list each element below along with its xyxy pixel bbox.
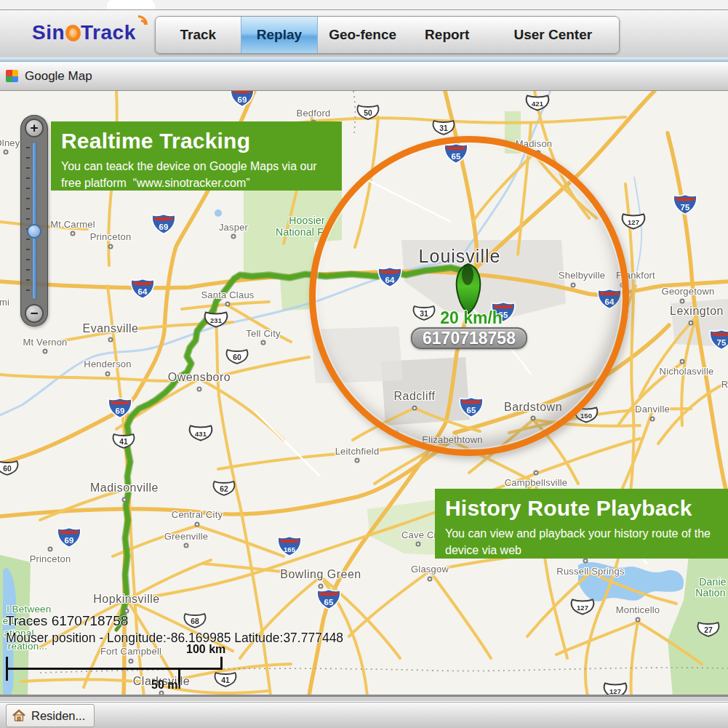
scale-bar-line [6, 668, 223, 670]
history-title: History Route Playback [445, 496, 718, 521]
city-dot [534, 471, 539, 476]
map-label: mi [0, 297, 9, 308]
interstate-shield-75: 75 [673, 194, 698, 218]
interstate-shield-69: 69 [108, 398, 133, 422]
svg-text:60: 60 [233, 353, 241, 361]
svg-text:150: 150 [580, 412, 592, 420]
map-label: Mt Carmel [50, 219, 95, 230]
realtime-quote: “www.sinotracker.com” [133, 177, 250, 189]
browser-tab-remnant [107, 0, 155, 9]
main-nav: TrackReplayGeo-fenceReportUser Center [155, 16, 620, 54]
svg-text:41: 41 [221, 676, 230, 684]
svg-text:41: 41 [119, 438, 128, 446]
us-route-shield-50: 50 [356, 103, 380, 124]
zoom-out-button[interactable]: − [25, 304, 44, 323]
taskbar-tab-label: Residen... [31, 709, 85, 723]
city-dot [195, 522, 200, 527]
tab-replay[interactable]: Replay [241, 17, 319, 53]
map-label: Bedford [297, 108, 331, 119]
map-label: Nicholasville [660, 366, 714, 377]
us-route-shield-127: 127 [601, 681, 630, 696]
city-dot [319, 584, 324, 589]
logo-text-sin: Sin [32, 21, 65, 44]
city-dot [184, 543, 189, 548]
scale-bar-left-tick [6, 657, 8, 681]
us-route-shield-127: 127 [568, 597, 597, 619]
city-dot [261, 340, 266, 345]
city-dot [680, 359, 685, 364]
us-route-shield-68: 68 [183, 611, 207, 633]
svg-text:69: 69 [159, 222, 169, 231]
svg-text:127: 127 [577, 604, 588, 612]
map-label: Jasper [219, 222, 248, 233]
zoom-slider-handle[interactable] [27, 224, 41, 239]
city-dot [108, 244, 113, 249]
map-label: Princeton [30, 553, 71, 564]
map-label: Hopkinsville [93, 593, 159, 606]
city-dot [650, 417, 655, 422]
map-label: Lexington [670, 305, 724, 318]
city-dot [105, 372, 111, 377]
map-label: Greenville [164, 531, 209, 542]
svg-text:64: 64 [138, 287, 148, 296]
speed-label: 20 km/h [440, 308, 503, 328]
us-route-shield-41: 41 [112, 431, 135, 453]
interstate-shield-69: 69 [151, 214, 177, 238]
city-dot [583, 559, 588, 564]
map-label: Fort Campbell [100, 646, 161, 657]
map-label: Leitchfield [335, 446, 380, 457]
tab-report[interactable]: Report [407, 17, 487, 53]
city-dot [71, 231, 76, 236]
realtime-title: Realtime Tracking [61, 129, 332, 153]
zoom-slider[interactable]: + − [20, 115, 48, 327]
zoom-in-button[interactable]: + [25, 119, 44, 137]
scale-km-label: 100 km [186, 643, 225, 656]
map-canvas[interactable]: OlneyBedfordMadisonMt CarmelPrincetonJas… [0, 91, 728, 696]
svg-text:68: 68 [191, 617, 199, 625]
realtime-tracking-callout: Realtime Tracking You can teack the devi… [51, 121, 342, 191]
map-label: Glasgow [411, 564, 449, 575]
map-label: Madisonville [90, 481, 159, 495]
svg-text:62: 62 [220, 485, 228, 493]
tab-user-center[interactable]: User Center [487, 17, 619, 53]
map-label: Danie [699, 576, 727, 588]
map-label: Danville [635, 404, 670, 415]
city-dot [129, 659, 134, 664]
zoom-slider-track[interactable] [33, 143, 36, 299]
sinotrack-window: SinTrack TrackReplayGeo-fenceReportUser … [0, 0, 728, 728]
svg-text:431: 431 [195, 430, 207, 438]
map-label: National F [276, 226, 324, 238]
taskbar-tab[interactable]: Residen... [6, 704, 95, 727]
city-dot [689, 321, 694, 326]
zoom-slider-ticks [26, 147, 30, 295]
svg-text:75: 75 [717, 337, 727, 347]
map-label: Santa Claus [201, 289, 254, 300]
us-route-shield-60: 60 [225, 347, 249, 369]
svg-text:75: 75 [681, 202, 690, 212]
svg-text:31: 31 [439, 124, 448, 132]
taskbar: Residen... [0, 702, 728, 728]
tab-geo-fence[interactable]: Geo-fence [318, 17, 407, 53]
history-body: You can view and playback your history r… [445, 525, 718, 559]
interstate-shield-69: 69 [57, 527, 82, 551]
city-dot [4, 150, 9, 155]
map-label: Owensboro [168, 371, 231, 384]
map-label: Henderson [84, 359, 131, 369]
map-label: Bowling Green [280, 568, 361, 581]
map-label: Campbellsville [505, 477, 568, 488]
history-playback-callout: History Route Playback You can view and … [435, 489, 728, 559]
home-icon [12, 708, 26, 723]
map-label: Tell City [246, 328, 280, 339]
us-route-shield-127: 127 [619, 212, 648, 233]
svg-text:65: 65 [324, 597, 334, 607]
map-label: Evansville [82, 322, 138, 335]
map-provider-bar: Google Map [0, 62, 728, 91]
city-dot [122, 497, 127, 503]
magnifier-circle [309, 136, 629, 456]
tab-track[interactable]: Track [156, 17, 241, 53]
map-provider-label: Google Map [25, 69, 92, 84]
status-strip [0, 696, 728, 702]
interstate-shield-69: 69 [230, 91, 255, 111]
city-dot [680, 299, 685, 304]
svg-text:231: 231 [210, 316, 223, 324]
